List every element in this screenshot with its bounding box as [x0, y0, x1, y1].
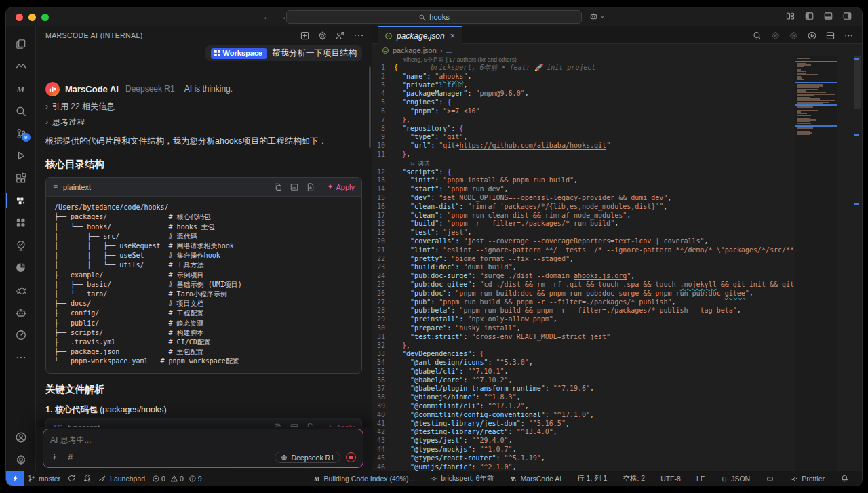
app-window: ← → hooks ⌄ M9 MARSCOD: [5, 7, 863, 486]
status-git-blame[interactable]: brickspert, 6年前: [427, 471, 497, 486]
activity-item-explorer[interactable]: [6, 33, 36, 55]
close-icon[interactable]: ×: [450, 31, 455, 41]
toggle-panel-icon[interactable]: [823, 11, 833, 21]
stop-generating-button[interactable]: [346, 452, 356, 462]
activity-item-search[interactable]: [6, 100, 36, 122]
code-line: 42 "@testing-library/react": "^13.4.0",: [372, 428, 794, 437]
ai-quick-fix-button[interactable]: [752, 31, 762, 41]
code-line: 10 "url": "git+https://github.com/alibab…: [372, 142, 794, 151]
customize-layout-icon[interactable]: [785, 11, 795, 21]
code-line: 38 "@biomejs/biome": "^1.8.3",: [372, 393, 794, 402]
code-line: 19 "test": "jest",: [372, 229, 794, 237]
overview-ruler[interactable]: [852, 56, 862, 471]
zoom-window-button[interactable]: [41, 14, 49, 21]
code-line: 39 "@commitlint/cli": "^17.1.2",: [372, 402, 794, 411]
thinking-toggle[interactable]: › 思考过程: [45, 117, 362, 127]
marscode-ai-panel: MARSCODE AI (INTERNAL) Workspace 帮我分析一下项…: [36, 26, 372, 471]
workspace-chip[interactable]: Workspace: [211, 48, 268, 59]
activity-item-pie[interactable]: [6, 256, 36, 279]
editor-group[interactable]: package.json × package.json › ... Yiheng…: [372, 26, 862, 471]
svg-text:M: M: [313, 475, 320, 482]
status-cursor-position[interactable]: 行 1, 列 1: [574, 471, 610, 486]
model-selector[interactable]: Deepseek R1: [275, 452, 340, 463]
code-line: 8 "repository": {: [372, 125, 794, 134]
activity-item-source-control[interactable]: 9: [6, 122, 36, 144]
status-formatter[interactable]: Prettier: [787, 471, 828, 486]
more-actions-button[interactable]: [844, 31, 854, 41]
toggle-secondary-sidebar-icon[interactable]: [842, 11, 852, 21]
status-branch[interactable]: master: [24, 471, 64, 486]
breadcrumb[interactable]: package.json › ...: [372, 44, 862, 56]
sidebar-scrollbar[interactable]: [369, 66, 371, 148]
minimize-window-button[interactable]: [28, 14, 36, 21]
context-hash-icon[interactable]: #: [68, 452, 73, 462]
activity-item-account[interactable]: [6, 426, 36, 448]
code-area[interactable]: Yiheng, 5个月前 | 17 authors (lxr and other…: [372, 56, 794, 471]
copy-button[interactable]: [273, 182, 283, 192]
activity-item-settings[interactable]: [6, 448, 36, 471]
status-marscode-status[interactable]: MarsCode AI: [506, 471, 565, 486]
status-compare-changes[interactable]: [79, 471, 95, 486]
activity-item-ai-robot[interactable]: [6, 301, 36, 323]
sidebar-title: MARSCODE AI (INTERNAL): [45, 31, 300, 39]
settings-button[interactable]: [317, 31, 328, 41]
chat-scroll-area[interactable]: Workspace 帮我分析一下项目结构 MarsCode AI Deepsee…: [36, 44, 372, 471]
activity-item-bug[interactable]: [6, 279, 36, 301]
activity-item-wave[interactable]: [6, 55, 36, 77]
activity-item-marscode-m[interactable]: M: [6, 77, 36, 100]
section-title-structure: 核心目录结构: [45, 158, 362, 171]
next-change-button[interactable]: [789, 31, 799, 41]
new-file-button[interactable]: [306, 182, 315, 192]
toggle-primary-sidebar-icon[interactable]: [804, 11, 814, 21]
status-problems[interactable]: 009: [149, 471, 208, 486]
new-chat-button[interactable]: [300, 31, 310, 41]
code-block-header: ≡ plaintext ✦ Apply: [46, 178, 361, 197]
status-notifications[interactable]: [837, 471, 852, 486]
ai-sparkle-icon[interactable]: [50, 453, 59, 462]
info-icon: [189, 475, 197, 483]
activity-item-extensions[interactable]: [6, 167, 36, 189]
close-window-button[interactable]: [16, 14, 23, 21]
status-launchpad[interactable]: Launchpad: [95, 471, 149, 486]
chevron-down-icon: ⌄: [600, 13, 605, 19]
code-line: 29 "preinstall": "npx only-allow pnpm",: [372, 315, 794, 324]
run-button[interactable]: [807, 31, 817, 41]
code-line: 12 "scripts": {: [372, 168, 794, 177]
activity-item-marscode-ai[interactable]: [6, 189, 36, 212]
status-ai-status[interactable]: [762, 471, 778, 486]
status-indexing[interactable]: MBuilding Code Index (49%) ..: [310, 471, 418, 486]
status-remote[interactable]: [6, 471, 24, 486]
previous-change-button[interactable]: [770, 31, 781, 41]
activity-bar: M9: [6, 26, 36, 471]
references-toggle[interactable]: › 引用 22 相关信息: [45, 101, 362, 112]
status-encoding[interactable]: UTF-8: [657, 471, 684, 486]
status-sync[interactable]: [64, 471, 79, 486]
code-line: 3 "private": true,: [372, 81, 794, 90]
apply-button[interactable]: ✦ Apply: [327, 182, 355, 191]
command-center-search[interactable]: hooks: [286, 10, 582, 24]
status-indentation[interactable]: 空格: 2: [619, 471, 648, 486]
tab-package-json[interactable]: package.json ×: [378, 26, 462, 44]
split-editor-button[interactable]: [825, 31, 835, 41]
minimap[interactable]: [795, 56, 837, 471]
activity-item-more[interactable]: [6, 346, 36, 368]
activity-item-dashboard[interactable]: [6, 212, 36, 234]
titlebar-ai-menu[interactable]: ⌄: [589, 11, 605, 21]
code-lang-label: plaintext: [63, 183, 268, 191]
window-controls: [16, 14, 49, 21]
more-button[interactable]: [353, 29, 365, 41]
chat-input[interactable]: AI 思考中... # Deepseek: [43, 429, 363, 468]
activity-item-timer[interactable]: [6, 323, 36, 346]
insert-button[interactable]: [290, 182, 299, 192]
title-bar: ← → hooks ⌄: [6, 7, 862, 26]
activity-item-run-debug[interactable]: [6, 144, 36, 167]
directory-tree: /Users/bytedance/code/hooks/ ├── package…: [46, 197, 361, 372]
codelens-debug[interactable]: ▷ 调试: [372, 159, 794, 168]
warn-icon: [170, 475, 178, 483]
activity-item-approvals[interactable]: [6, 234, 36, 256]
status-eol[interactable]: LF: [693, 471, 708, 486]
feedback-button[interactable]: [335, 31, 345, 41]
commit-icon: [430, 475, 438, 483]
back-icon[interactable]: ←: [262, 12, 271, 22]
status-language-mode[interactable]: {}JSON: [717, 471, 753, 486]
